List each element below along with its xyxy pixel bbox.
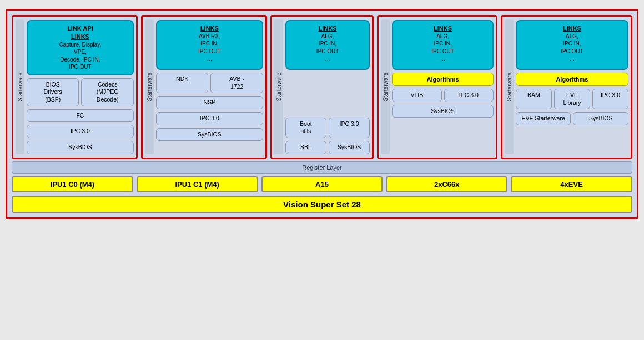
- links-content-ipu1c1: AVB RX, IPC IN, IPC OUT: [162, 33, 258, 55]
- bam-box: BAM: [516, 89, 552, 109]
- sysbios-a15: SysBIOS: [329, 141, 370, 154]
- column-4xeve: Starterware LINKS ALG, IPC IN, IPC OUT .…: [501, 15, 632, 159]
- ipc30-a15: IPC 3.0: [329, 118, 370, 138]
- ipc30-ipu1c1: IPC 3.0: [156, 112, 263, 125]
- sbl-box: SBL: [285, 141, 326, 154]
- links-dots-4xeve: ...: [521, 55, 623, 63]
- column-ipu1c0: Starterware LINK API LINKS Capture, Disp…: [12, 15, 138, 159]
- column-a15: Starterware LINKS ALG, IPC IN, IPC OUT .…: [270, 15, 374, 159]
- links-content-2xc66x: ALG, IPC IN, IPC OUT: [398, 33, 488, 55]
- links-box-4xeve: LINKS ALG, IPC IN, IPC OUT ...: [516, 20, 628, 70]
- links-title-a15: LINKS: [291, 24, 364, 33]
- algorithms-4xeve: Algorithms: [516, 73, 628, 86]
- links-title-4xeve: LINKS: [521, 24, 623, 33]
- ipc30-4xeve: IPC 3.0: [592, 89, 628, 109]
- arch-title: Vision Super Set 28: [12, 196, 632, 213]
- ipc30-ipu1c0: IPC 3.0: [27, 125, 134, 138]
- avb1722-box: AVB - 1722: [210, 73, 263, 93]
- links-dots-a15: ...: [291, 55, 364, 63]
- eve-library-box: EVE Library: [554, 89, 590, 109]
- main-container: Starterware LINK API LINKS Capture, Disp…: [6, 9, 638, 219]
- algorithms-2xc66x: Algorithms: [392, 73, 494, 86]
- column-2xc66x: Starterware LINKS ALG, IPC IN, IPC OUT .…: [377, 15, 497, 159]
- ipc30-2xc66x: IPC 3.0: [444, 89, 494, 102]
- codecs-box: Codecs (MJPEG Decode): [81, 78, 133, 106]
- links-box-ipu1c0: LINK API LINKS Capture, Display, VPE, De…: [27, 20, 134, 75]
- vlib-box: VLIB: [392, 89, 441, 102]
- column-ipu1c1: Starterware LINKS AVB RX, IPC IN, IPC OU…: [141, 15, 267, 159]
- main-wrapper: Starterware LINK API LINKS Capture, Disp…: [0, 0, 644, 228]
- starterware-4xeve: Starterware: [505, 20, 514, 154]
- links-title-2xc66x: LINKS: [398, 24, 488, 33]
- links-box-a15: LINKS ALG, IPC IN, IPC OUT ...: [285, 20, 370, 70]
- bios-drivers-box: BIOS Drivers (BSP): [27, 78, 79, 106]
- starterware-2xc66x: Starterware: [381, 20, 390, 154]
- sysbios-4xeve: SysBIOS: [573, 112, 628, 125]
- links-box-2xc66x: LINKS ALG, IPC IN, IPC OUT ...: [392, 20, 494, 70]
- bottom-labels-row: IPU1 C0 (M4) IPU1 C1 (M4) A15 2xC66x 4xE…: [12, 176, 632, 192]
- link-api-label: LINK API: [32, 24, 128, 33]
- nsp-box: NSP: [156, 96, 263, 109]
- label-a15: A15: [261, 176, 383, 192]
- links-content-4xeve: ALG, IPC IN, IPC OUT: [521, 33, 623, 55]
- eve-starterware-box: EVE Starterware: [516, 112, 571, 125]
- boot-utils-box: Boot utils: [285, 118, 326, 138]
- sysbios-ipu1c0: SysBIOS: [27, 141, 134, 154]
- links-content-ipu1c0: Capture, Display, VPE, Decode, IPC IN, I…: [32, 41, 128, 71]
- links-box-ipu1c1: LINKS AVB RX, IPC IN, IPC OUT ...: [156, 20, 263, 70]
- columns-row: Starterware LINK API LINKS Capture, Disp…: [12, 15, 632, 159]
- starterware-ipu1c1: Starterware: [145, 20, 154, 154]
- label-ipu1c0: IPU1 C0 (M4): [12, 176, 133, 192]
- sysbios-ipu1c1: SysBIOS: [156, 128, 263, 141]
- sysbios-2xc66x: SysBIOS: [392, 105, 494, 118]
- links-title-ipu1c1: LINKS: [162, 24, 258, 33]
- starterware-a15: Starterware: [274, 20, 283, 154]
- fc-box: FC: [27, 109, 134, 123]
- links-dots-2xc66x: ...: [398, 55, 488, 63]
- links-content-a15: ALG, IPC IN, IPC OUT: [291, 33, 364, 55]
- register-layer: Register Layer: [12, 161, 632, 174]
- label-ipu1c1: IPU1 C1 (M4): [137, 176, 258, 192]
- links-dots-ipu1c1: ...: [162, 55, 258, 63]
- links-subtitle-ipu1c0: LINKS: [32, 33, 128, 41]
- label-2xc66x: 2xC66x: [386, 176, 507, 192]
- label-4xeve: 4xEVE: [511, 176, 632, 192]
- starterware-ipu1c0: Starterware: [16, 20, 24, 154]
- ndk-box: NDK: [156, 73, 208, 93]
